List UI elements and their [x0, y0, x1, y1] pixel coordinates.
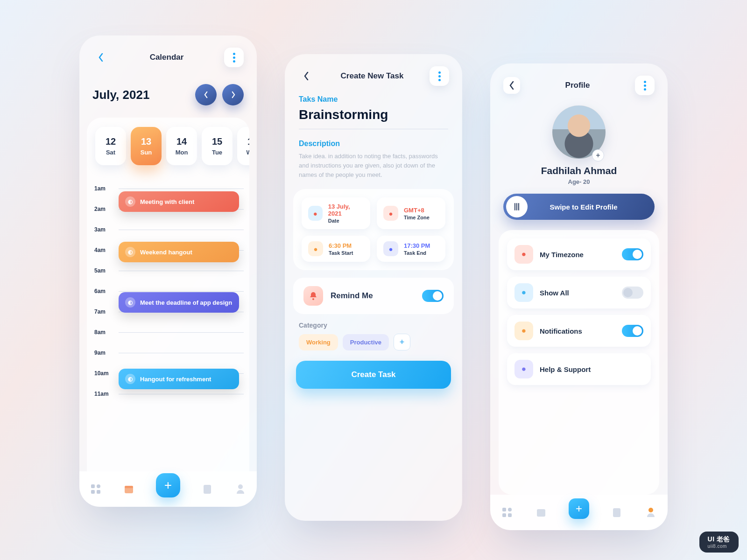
info-chip-start[interactable]: ●6:30 PMTask Start — [302, 236, 370, 262]
setting-row[interactable]: ●Help & Support — [507, 353, 651, 385]
svg-rect-5 — [125, 486, 133, 488]
category-chip[interactable]: Productive — [343, 334, 389, 350]
hour-line — [119, 189, 244, 189]
hour-label: 6am — [92, 288, 114, 294]
watermark-brand: UI 老爸 — [708, 535, 730, 543]
category-chip[interactable]: Working — [299, 334, 338, 350]
hour-row: 5am — [92, 260, 244, 281]
day-name: Wed — [246, 149, 249, 156]
hour-line — [119, 332, 244, 333]
clock-icon: ● — [383, 241, 398, 256]
watermark-url: uii8.com — [708, 544, 730, 549]
category-label: Category — [299, 322, 448, 329]
day-strip[interactable]: 12Sat13Sun14Mon15Tue16Wed — [92, 127, 244, 165]
hour-label: 5am — [92, 267, 114, 274]
svg-rect-13 — [537, 509, 545, 517]
nav-profile-icon[interactable] — [234, 483, 247, 495]
swipe-edit-button[interactable]: Swipe to Edit Profile — [503, 194, 655, 220]
day-chip[interactable]: 14Mon — [166, 127, 197, 165]
divider — [299, 129, 448, 129]
hour-line — [119, 291, 244, 292]
svg-rect-2 — [91, 490, 95, 494]
setting-toggle[interactable] — [622, 248, 643, 260]
day-chip[interactable]: 15Tue — [202, 127, 233, 165]
setting-row[interactable]: ●Notifications — [507, 315, 651, 347]
more-button[interactable] — [430, 66, 449, 86]
task-name-input[interactable]: Brainstorming — [299, 107, 448, 122]
back-button[interactable] — [92, 49, 109, 66]
svg-point-7 — [238, 484, 243, 489]
watermark: UI 老爸 uii8.com — [699, 532, 739, 553]
info-chip-end[interactable]: ●17:30 PMTask End — [377, 236, 445, 262]
mail-icon: ● — [514, 322, 533, 340]
day-chip[interactable]: 16Wed — [237, 127, 249, 165]
nav-dashboard-icon[interactable] — [90, 483, 102, 495]
nav-calendar-icon[interactable] — [123, 483, 135, 495]
svg-rect-9 — [502, 508, 506, 511]
info-chip-tz[interactable]: ●GMT+8Time Zone — [377, 197, 445, 229]
setting-toggle[interactable] — [622, 325, 643, 337]
clock-icon: ◐ — [125, 196, 135, 207]
info-label: Task End — [404, 250, 430, 256]
remind-me-toggle[interactable] — [422, 290, 444, 302]
event-pill[interactable]: ◐Hangout for refreshment — [119, 369, 239, 389]
nav-tasks-icon[interactable] — [201, 483, 213, 495]
nav-tasks-icon[interactable] — [611, 506, 623, 518]
profile-age: Age- 20 — [568, 178, 590, 185]
hour-label: 1am — [92, 185, 114, 192]
profile-name: Fadhilah Ahmad — [541, 165, 617, 176]
event-title: Meet the deadline of app design — [140, 299, 232, 306]
day-number: 13 — [141, 136, 151, 147]
event-pill[interactable]: ◐Meeting with client — [119, 191, 239, 212]
prev-month-button[interactable] — [195, 84, 217, 105]
profile-screen: Profile + Fadhilah Ahmad Age- 20 Swipe t… — [490, 63, 668, 530]
more-button[interactable] — [635, 76, 655, 95]
nav-add-button[interactable]: + — [156, 473, 180, 497]
clock-icon: ◐ — [125, 247, 135, 257]
back-button[interactable] — [503, 77, 520, 94]
back-button[interactable] — [298, 68, 315, 84]
event-pill[interactable]: ◐Weekend hangout — [119, 242, 239, 262]
setting-row[interactable]: ●Show All — [507, 277, 651, 308]
day-number: 14 — [176, 136, 187, 147]
avatar-add-button[interactable]: + — [592, 149, 604, 161]
nav-dashboard-icon[interactable] — [501, 506, 513, 518]
avatar-section: + Fadhilah Ahmad Age- 20 — [490, 105, 668, 185]
description-label: Description — [299, 140, 448, 148]
swipe-label: Swipe to Edit Profile — [534, 203, 652, 211]
day-chip[interactable]: 12Sat — [95, 127, 126, 165]
clock-icon: ● — [308, 241, 323, 256]
event-pill[interactable]: ◐Meet the deadline of app design — [119, 292, 239, 313]
globe-icon: ● — [383, 206, 398, 221]
info-chip-date[interactable]: ●13 July, 2021Date — [302, 197, 370, 229]
day-name: Tue — [212, 149, 222, 156]
day-chip[interactable]: 13Sun — [131, 127, 162, 165]
nav-calendar-icon[interactable] — [535, 506, 547, 518]
day-name: Sun — [141, 149, 152, 156]
hour-row: 3am — [92, 219, 244, 240]
setting-toggle[interactable] — [622, 287, 643, 299]
more-button[interactable] — [224, 48, 244, 67]
clock-icon: ◐ — [125, 297, 135, 308]
nav-profile-icon[interactable] — [645, 506, 657, 518]
nav-add-button[interactable]: + — [569, 498, 589, 519]
svg-rect-10 — [508, 508, 512, 511]
setting-label: Show All — [540, 289, 615, 297]
svg-point-15 — [648, 508, 653, 512]
svg-rect-12 — [508, 513, 512, 517]
create-task-button[interactable]: Create Task — [296, 361, 451, 389]
page-title: Calendar — [150, 53, 184, 62]
hour-line — [119, 271, 244, 271]
remind-me-row: Remind Me — [293, 278, 454, 314]
calendar-icon: ● — [308, 206, 323, 221]
add-category-button[interactable]: + — [394, 334, 410, 350]
settings-card: ●My Timezone●Show All●Notifications●Help… — [499, 230, 659, 495]
hour-label: 2am — [92, 206, 114, 212]
next-month-button[interactable] — [222, 84, 244, 105]
setting-row[interactable]: ●My Timezone — [507, 238, 651, 270]
setting-label: My Timezone — [540, 251, 615, 259]
hour-line — [119, 353, 244, 353]
hour-label: 4am — [92, 247, 114, 253]
info-value: 17:30 PM — [404, 242, 430, 249]
description-input[interactable]: Take idea. in addition to noting the fac… — [299, 152, 448, 180]
